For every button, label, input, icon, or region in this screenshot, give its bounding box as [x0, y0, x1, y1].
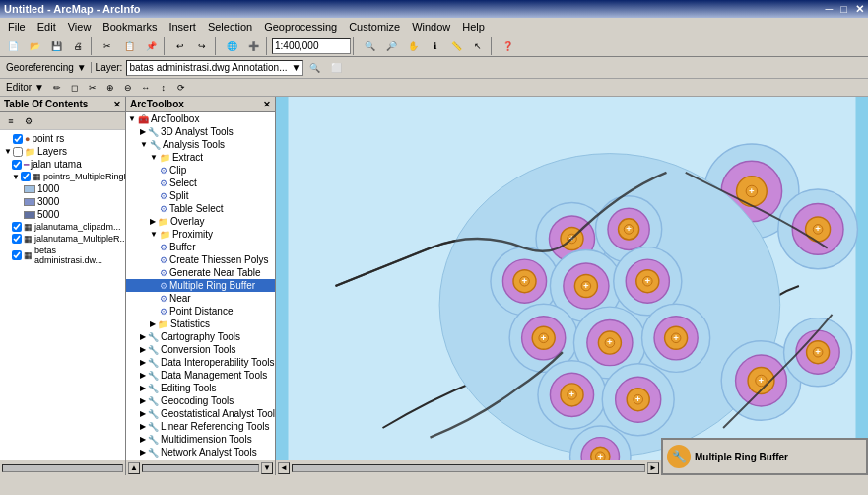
- select-btn[interactable]: ↖: [468, 37, 488, 55]
- scale-input[interactable]: 1:400,000: [272, 38, 351, 54]
- list-item[interactable]: ⚙ Select: [126, 177, 275, 189]
- list-item[interactable]: ▶ 📁 Overlay: [126, 215, 275, 228]
- menu-window[interactable]: Window: [406, 20, 456, 34]
- list-item[interactable]: ▼ 📁 Extract: [126, 151, 275, 164]
- menu-bookmarks[interactable]: Bookmarks: [97, 20, 163, 34]
- menu-insert[interactable]: Insert: [163, 20, 202, 34]
- editor-label[interactable]: Editor ▼: [2, 82, 48, 93]
- menu-selection[interactable]: Selection: [202, 20, 258, 34]
- paste-btn[interactable]: 📌: [141, 37, 161, 55]
- list-item[interactable]: ▼ 📁 Layers: [2, 145, 123, 158]
- layer-checkbox[interactable]: [12, 160, 22, 170]
- list-item[interactable]: ▶ 🔧 Cartography Tools: [126, 330, 275, 343]
- menu-geoprocessing[interactable]: Geoprocessing: [258, 20, 343, 34]
- zoom-layer-btn[interactable]: 🔍: [304, 59, 324, 77]
- open-btn[interactable]: 📂: [25, 37, 44, 55]
- editor-tool7[interactable]: ↕: [156, 81, 171, 95]
- list-item[interactable]: ▦ jalanutama_clipadm...: [2, 221, 123, 233]
- list-item[interactable]: ▶ 🔧 Data Interoperability Tools: [126, 356, 275, 369]
- list-item[interactable]: ▼ 🧰 ArcToolbox: [126, 112, 275, 125]
- list-item[interactable]: ▼ 📁 Proximity: [126, 228, 275, 241]
- arcmap-help[interactable]: ❓: [498, 37, 517, 55]
- scroll-track[interactable]: [292, 464, 645, 472]
- dropdown-arrow[interactable]: ▼: [292, 62, 301, 73]
- identify-btn[interactable]: ℹ: [425, 37, 444, 55]
- list-item[interactable]: ▶ 🔧 Geocoding Tools: [126, 394, 275, 407]
- list-item[interactable]: ▶ 🔧 Conversion Tools: [126, 343, 275, 356]
- layer-checkbox[interactable]: [12, 234, 22, 244]
- editor-tool3[interactable]: ✂: [85, 81, 100, 95]
- list-item[interactable]: ▼ ▦ pointrs_MultipleRingE...: [2, 171, 123, 182]
- editor-tool1[interactable]: ✏: [49, 81, 65, 95]
- map-panel[interactable]: + + + +: [276, 97, 868, 475]
- menu-file[interactable]: File: [2, 20, 32, 34]
- scroll-down[interactable]: ▼: [261, 462, 273, 474]
- list-item[interactable]: ▦ jalanutama_MultipleR...: [2, 233, 123, 245]
- zoom-out-btn[interactable]: 🔎: [381, 37, 401, 55]
- editor-tool2[interactable]: ◻: [67, 81, 83, 95]
- layer-checkbox[interactable]: [12, 250, 22, 260]
- menu-customize[interactable]: Customize: [343, 20, 406, 34]
- list-item[interactable]: ▶ 🔧 Data Management Tools: [126, 369, 275, 382]
- list-item[interactable]: ▶ 🔧 Multidimension Tools: [126, 433, 275, 446]
- expand-icon[interactable]: ▼: [12, 173, 20, 181]
- cut-btn[interactable]: ✂: [98, 37, 117, 55]
- scroll-right[interactable]: ►: [647, 462, 659, 474]
- list-item[interactable]: ━ jalan utama: [2, 158, 123, 171]
- list-item[interactable]: ⚙ Multiple Ring Buffer: [126, 279, 275, 292]
- layer-checkbox[interactable]: [13, 134, 23, 144]
- list-item[interactable]: ⚙ Table Select: [126, 202, 275, 215]
- measure-btn[interactable]: 📏: [446, 37, 466, 55]
- maximize-btn[interactable]: □: [840, 3, 847, 16]
- list-item[interactable]: ▶ 🔧 Editing Tools: [126, 382, 275, 394]
- list-item[interactable]: ▶ 🔧 Linear Referencing Tools: [126, 420, 275, 433]
- toolbox-scrollbar[interactable]: ▲ ▼: [126, 460, 275, 475]
- minimize-btn[interactable]: ─: [826, 3, 834, 16]
- toc-close[interactable]: ✕: [113, 100, 121, 109]
- menu-view[interactable]: View: [62, 20, 98, 34]
- list-item[interactable]: ▶ 🔧 Geostatistical Analyst Tools: [126, 407, 275, 420]
- list-item[interactable]: ⚙ Generate Near Table: [126, 266, 275, 279]
- toolbox-content[interactable]: ▼ 🧰 ArcToolbox ▶ 🔧 3D Analyst Tools ▼ 🔧 …: [126, 112, 275, 460]
- toc-list-view[interactable]: ≡: [3, 114, 19, 128]
- menu-edit[interactable]: Edit: [32, 20, 62, 34]
- editor-tool4[interactable]: ⊕: [102, 81, 118, 95]
- list-item[interactable]: ▶ 📁 Statistics: [126, 318, 275, 330]
- list-item[interactable]: ⚙ Near: [126, 292, 275, 305]
- menu-help[interactable]: Help: [456, 20, 491, 34]
- editor-tool6[interactable]: ↔: [138, 81, 154, 95]
- toc-scrollbar[interactable]: [0, 460, 125, 475]
- list-item[interactable]: ▦ betas administrasi.dw...: [2, 245, 123, 266]
- fit-to-display[interactable]: ⬜: [326, 59, 346, 77]
- layer-checkbox[interactable]: [13, 147, 23, 157]
- close-btn[interactable]: ✕: [855, 3, 864, 16]
- zoom-in-btn[interactable]: 🔍: [360, 37, 379, 55]
- toolbox-close[interactable]: ✕: [263, 100, 271, 109]
- list-item[interactable]: ⚙ Clip: [126, 164, 275, 177]
- scroll-left[interactable]: ◄: [278, 462, 290, 474]
- list-item[interactable]: ⚙ Point Distance: [126, 305, 275, 318]
- layer-checkbox[interactable]: [12, 222, 22, 232]
- expand-icon[interactable]: ▼: [4, 147, 12, 156]
- redo-btn[interactable]: ↪: [192, 37, 212, 55]
- editor-tool8[interactable]: ⟳: [173, 81, 189, 95]
- list-item[interactable]: ▶ 🔧 Network Analyst Tools: [126, 446, 275, 459]
- toc-options[interactable]: ⚙: [21, 114, 36, 128]
- add-data-btn[interactable]: ➕: [243, 37, 263, 55]
- print-btn[interactable]: 🖨: [68, 37, 88, 55]
- new-btn[interactable]: 📄: [3, 37, 23, 55]
- list-item[interactable]: ⚙ Split: [126, 189, 275, 202]
- georef-label[interactable]: Georeferencing ▼: [2, 62, 92, 73]
- list-item[interactable]: ⚙ Create Thiessen Polys: [126, 253, 275, 266]
- list-item[interactable]: ⚙ Buffer: [126, 241, 275, 253]
- copy-btn[interactable]: 📋: [119, 37, 139, 55]
- layer-dropdown[interactable]: batas administrasi.dwg Annotation... ▼: [126, 60, 303, 76]
- undo-btn[interactable]: ↩: [170, 37, 190, 55]
- list-item[interactable]: ▼ 🔧 Analysis Tools: [126, 138, 275, 151]
- list-item[interactable]: ● point rs: [2, 132, 123, 145]
- pan-btn[interactable]: ✋: [403, 37, 423, 55]
- save-btn[interactable]: 💾: [46, 37, 66, 55]
- list-item[interactable]: ▶ 🔧 3D Analyst Tools: [126, 125, 275, 138]
- editor-tool5[interactable]: ⊖: [120, 81, 136, 95]
- map-hscrollbar[interactable]: ◄ ►: [276, 460, 661, 475]
